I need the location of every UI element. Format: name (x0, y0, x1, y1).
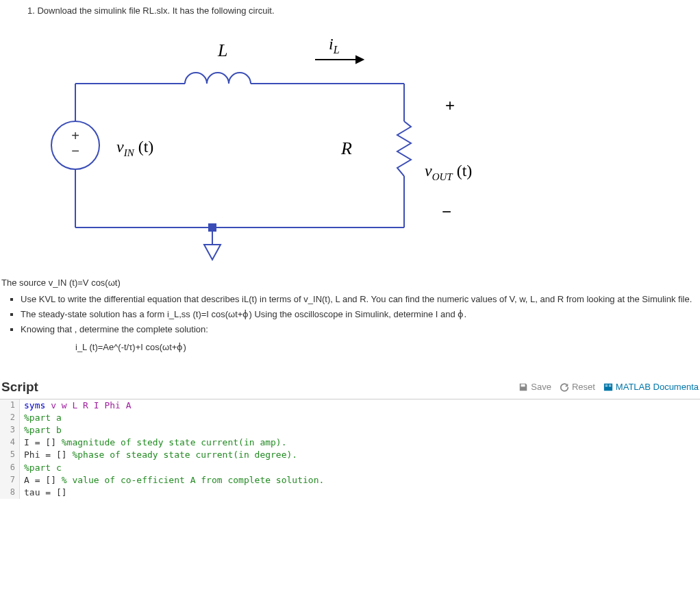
list-item: Knowing that , determine the complete so… (21, 323, 700, 336)
svg-text:vIN (t): vIN (t) (116, 138, 153, 158)
circuit-diagram: + − L iL R (41, 19, 479, 265)
svg-text:vOUT (t): vOUT (t) (425, 162, 472, 182)
list-item: The steady-state solution has a form i_L… (21, 308, 700, 321)
svg-rect-23 (604, 383, 612, 391)
svg-rect-26 (609, 384, 612, 385)
instruction-list: Use KVL to write the differential equati… (21, 293, 700, 336)
svg-text:−: − (442, 202, 451, 221)
svg-marker-15 (356, 56, 363, 63)
save-button[interactable]: Save (518, 382, 551, 392)
complete-solution-eqn: i_L (t)=Ae^(-t/τ)+I cos(ωt+ϕ) (75, 342, 700, 352)
code-editor[interactable]: 1syms v w L R I Phi A 2%part a 3%part b … (0, 399, 700, 500)
svg-text:iL: iL (329, 35, 340, 56)
reset-button[interactable]: Reset (560, 382, 595, 392)
reset-label: Reset (572, 382, 595, 392)
svg-text:+: + (71, 128, 79, 143)
list-item: Use KVL to write the differential equati… (21, 293, 700, 306)
script-toolbar: Save Reset MATLAB Documenta (518, 382, 699, 392)
svg-rect-25 (605, 386, 608, 386)
save-icon (518, 382, 528, 392)
svg-rect-8 (208, 223, 216, 232)
save-label: Save (531, 382, 551, 392)
reset-icon (560, 382, 569, 392)
svg-rect-27 (609, 386, 612, 386)
matlab-doc-link[interactable]: MATLAB Documenta (603, 382, 699, 392)
book-icon (603, 382, 613, 392)
doc-label: MATLAB Documenta (616, 382, 699, 392)
question-intro: 1. Download the simulink file RL.slx. It… (27, 5, 700, 16)
source-equation: The source v_IN (t)=V cos(ωt) (1, 278, 700, 288)
svg-text:−: − (71, 143, 79, 158)
script-title: Script (1, 380, 38, 395)
svg-rect-24 (605, 384, 608, 385)
svg-text:R: R (340, 138, 352, 158)
svg-text:+: + (445, 96, 455, 114)
svg-text:L: L (217, 40, 227, 60)
svg-marker-9 (204, 245, 221, 260)
